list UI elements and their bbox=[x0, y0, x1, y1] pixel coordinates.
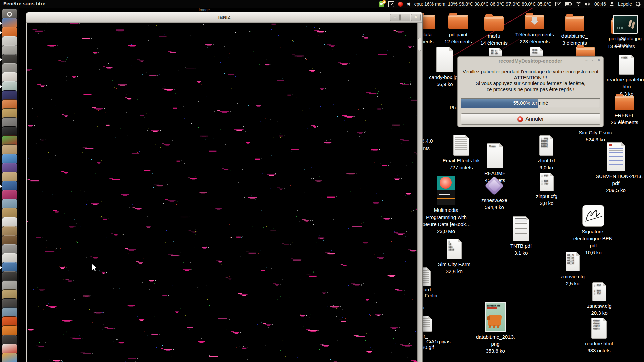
desktop-icon-pieds3-tofa[interactable]: pieds3 tofa.jpg46,3 ko bbox=[605, 15, 644, 49]
compose-icon[interactable] bbox=[388, 1, 394, 7]
desktop-icon-ma4u[interactable]: ma4u14 éléments bbox=[474, 16, 514, 46]
desktop-label-fragment: nts bbox=[423, 145, 430, 151]
document-text-lines bbox=[455, 137, 467, 152]
dialog-close-button[interactable]: × bbox=[598, 58, 600, 62]
folder-icon bbox=[448, 15, 468, 29]
window-controls: – □ × bbox=[390, 14, 421, 21]
file-preview-text: <htm! <heac <tit! <met: bbox=[593, 319, 605, 337]
file-preview-text: 1 10 101 1010 bbox=[448, 240, 460, 258]
doc-icon bbox=[436, 47, 453, 72]
icon-label: pieds3 tofa.jpg bbox=[605, 35, 644, 42]
indicator-area: 2 ✖ cpu: 16% mem: 10% 96.8°C 98.0°C 86.0… bbox=[379, 1, 644, 7]
doc-icon: <htm! <heac <tit! <met: bbox=[591, 318, 607, 339]
volume-icon[interactable] bbox=[585, 2, 591, 6]
file-preview-text: ; eng 0000( 0000( 0000( bbox=[541, 137, 552, 154]
encoding-progress-bar: 55.00% terminé 55.00% terminé bbox=[461, 98, 600, 108]
doc-icon: ; PS? ; Not ; 75/ bbox=[592, 282, 606, 301]
top-panel: Fenêtre sans titre 2 ✖ cpu: 16% mem: 10%… bbox=[0, 0, 644, 8]
gear-icon[interactable] bbox=[636, 2, 641, 7]
ibniz-scrollbar[interactable] bbox=[417, 23, 422, 362]
icon-label: Téléchargements bbox=[515, 31, 555, 38]
dialog-maximize-button[interactable]: ▫ bbox=[592, 58, 593, 62]
desktop-icon-zsnesw-cfg[interactable]: ; PS? ; Not ; 75/zsnesw.cfg20,3 ko bbox=[579, 282, 620, 316]
sign-icon bbox=[582, 205, 604, 227]
icon-label: Sim City F.srm bbox=[434, 261, 474, 268]
icon-label: ma4u bbox=[474, 32, 514, 39]
icon-label: pd-paint bbox=[438, 31, 478, 38]
recordmydesktop-dialog: recordMyDesktop-encoder – ▫ × Veuillez p… bbox=[457, 56, 604, 127]
desktop-icon-sim-city-smc[interactable]: Sim City F.smc524,3 ko bbox=[575, 129, 615, 143]
messaging-icon[interactable]: 2 bbox=[379, 1, 384, 7]
desktop-icon-telechargements[interactable]: Téléchargements223 éléments bbox=[515, 15, 555, 45]
desktop-icon-readme-html[interactable]: <htm! <heac <tit! <met:readme.html933 oc… bbox=[579, 318, 619, 354]
maximize-button[interactable]: □ bbox=[400, 14, 410, 21]
dialog-message-line: ce processus ne pourra pas être repris ! bbox=[459, 86, 602, 93]
cpu-mem-temp-status: cpu: 16% mem: 10% 96.8°C 98.0°C 86.0°C 9… bbox=[414, 1, 552, 7]
pdf-text-lines bbox=[609, 148, 623, 168]
desktop-icon-zinput-cfg[interactable]: ; PS? ; Not ; 75/zinput.cfg3,8 ko bbox=[527, 173, 567, 207]
background-window-title: Image bbox=[199, 8, 210, 12]
icon-label: 26 éléments bbox=[604, 119, 644, 126]
desktop-icon-tntb-pdf[interactable]: TNTB.pdf3,1 ko bbox=[501, 216, 541, 256]
close-button[interactable]: × bbox=[411, 14, 421, 21]
launcher-item-chromium[interactable] bbox=[2, 353, 17, 362]
file-preview-text: ; PS? ; Not ; 75/ bbox=[594, 284, 605, 299]
dialog-title: recordMyDesktop-encoder bbox=[498, 58, 562, 64]
file-preview-text: md_r: md_p( md_c( md_l( bbox=[567, 254, 578, 270]
message-count-badge: 2 bbox=[382, 0, 386, 4]
minimize-button[interactable]: – bbox=[390, 14, 400, 21]
doc-icon: <!DOC bbox=[619, 55, 634, 75]
desktop-icon-zfont-txt[interactable]: ; eng 0000( 0000( 0000(zfont.txt9,0 ko bbox=[526, 135, 567, 171]
dialog-minimize-button[interactable]: – bbox=[585, 58, 588, 62]
doc-icon: md_r: md_p( md_c( md_l( bbox=[566, 252, 580, 272]
desktop-icon-frenel[interactable]: FRENEL26 éléments bbox=[604, 96, 644, 126]
pdf-logo-mark bbox=[609, 144, 612, 146]
file-preview-text: Pleas bbox=[489, 145, 502, 167]
ibniz-titlebar[interactable]: IBNIZ – □ × bbox=[26, 12, 422, 23]
scrollbar-thumb[interactable] bbox=[418, 38, 421, 51]
dialog-message-line: Si vous appuyez sur Annuler ou fermez la… bbox=[459, 80, 602, 86]
icon-label: 9,0 ko bbox=[526, 164, 567, 171]
ibniz-render-area[interactable] bbox=[27, 23, 418, 362]
icon-label: Sim City F.smc bbox=[575, 129, 615, 136]
doc-icon: Pleas bbox=[487, 143, 503, 168]
icon-label: FRENEL bbox=[604, 112, 644, 119]
icon-label: 14 éléments bbox=[474, 39, 514, 46]
desktop-icon-databit-me[interactable]: databit.me_3 éléments bbox=[554, 16, 595, 46]
folder-icon bbox=[484, 16, 504, 31]
desktop-icon-subvention-pdf[interactable]: SUBVENTION-2013.pdf209,5 ko bbox=[596, 142, 636, 194]
icon-label: zfont.txt bbox=[526, 157, 567, 164]
icon-label: png bbox=[475, 340, 516, 347]
dialog-titlebar[interactable]: recordMyDesktop-encoder – ▫ × bbox=[458, 57, 603, 65]
desktop-icon-zmovie-cfg[interactable]: md_r: md_p( md_c( md_l(zmovie.cfg2,5 ko bbox=[552, 252, 593, 287]
ibniz-canvas[interactable] bbox=[27, 23, 418, 362]
icon-label: 20,3 ko bbox=[579, 309, 620, 316]
user-menu[interactable]: Lepole bbox=[618, 1, 632, 7]
desktop-icon-readme-piratebox[interactable]: <!DOCreadme-pirateboxhtm8,3 ko bbox=[606, 55, 644, 97]
session-cross-icon[interactable]: ✖ bbox=[407, 2, 411, 7]
desktop-icon-signature-pdf[interactable]: Signature-electronique-BEN.pdf10,6 ko bbox=[573, 205, 613, 256]
poster-red-band bbox=[487, 307, 497, 309]
mouse-cursor bbox=[91, 263, 99, 274]
battery-icon[interactable] bbox=[565, 2, 572, 6]
icon-label: zmovie.cfg bbox=[552, 273, 593, 280]
clock[interactable]: 00:46 bbox=[594, 1, 606, 7]
diamond-icon bbox=[484, 176, 504, 195]
cancel-button[interactable]: ✕ Annuler bbox=[461, 113, 600, 125]
record-indicator-icon[interactable] bbox=[398, 2, 403, 7]
icon-label: pdf bbox=[573, 242, 613, 249]
running-indicator-arrow bbox=[0, 185, 2, 188]
wifi-icon[interactable] bbox=[576, 2, 581, 6]
desktop-label-fragment: 80.gif bbox=[422, 344, 434, 350]
desktop-icon-databit-png[interactable]: DATABIT.MEdatabit.me_2013.png353,6 ko bbox=[475, 302, 516, 354]
icon-label: 524,3 ko bbox=[575, 136, 615, 143]
cancel-button-label: Annuler bbox=[525, 116, 544, 122]
icon-label: readme.html bbox=[579, 340, 619, 347]
icon-label: 209,5 ko bbox=[596, 187, 636, 194]
desktop-icon-multimedia-ebook[interactable]: MultimediaProgramming withPure Data [eBo… bbox=[426, 176, 466, 235]
desktop-icon-pd-paint[interactable]: pd-paint12 éléments bbox=[438, 15, 478, 45]
icon-label: 23,0 Mo bbox=[426, 228, 466, 235]
dialog-window-controls: – ▫ × bbox=[585, 58, 600, 62]
desktop-icon-zsnesw-exe[interactable]: zsnesw.exe594,4 ko bbox=[474, 177, 515, 211]
mail-icon[interactable] bbox=[555, 2, 561, 6]
